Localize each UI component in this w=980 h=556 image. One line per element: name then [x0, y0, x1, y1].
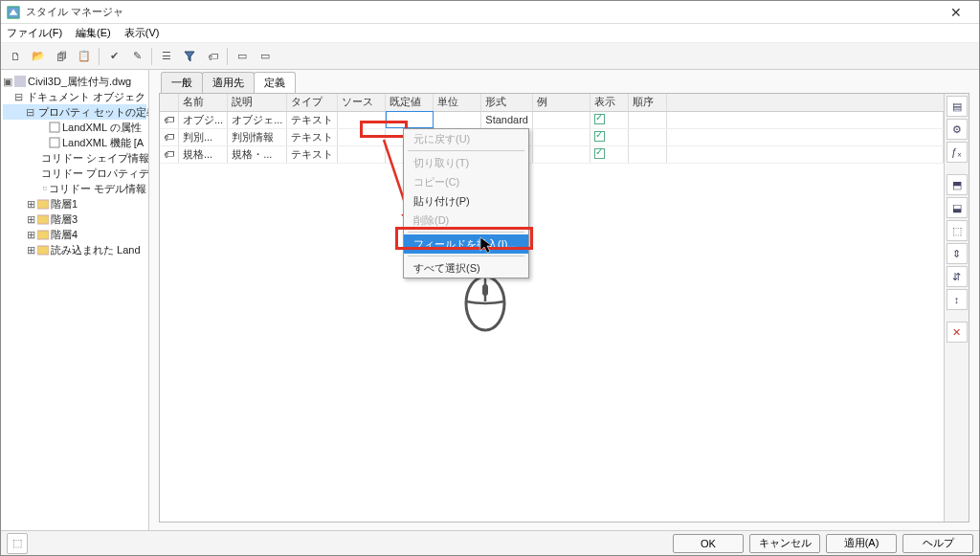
tree-root[interactable]: ▣Civil3D_属性付与.dwg [3, 74, 146, 89]
cell-ord[interactable] [629, 111, 667, 128]
cell-unit[interactable] [434, 111, 481, 128]
pal-btn-d[interactable]: ⇕ [947, 243, 968, 264]
ctx-delete: 削除(D) [404, 211, 528, 230]
tool-filter-icon[interactable] [179, 46, 200, 67]
pal-btn-f[interactable]: ↕ [947, 289, 968, 310]
pal-btn-a[interactable]: ⬒ [947, 174, 968, 195]
tree-item-label: 階層4 [51, 227, 78, 242]
tree-loaded-land[interactable]: ⊞読み込まれた Land [3, 242, 146, 257]
checkbox-icon[interactable] [594, 131, 605, 142]
col-fmt[interactable]: 形式 [481, 94, 533, 111]
apply-button[interactable]: 適用(A) [826, 534, 897, 553]
cell-desc[interactable]: 規格・... [228, 145, 287, 163]
cell-disp[interactable] [590, 128, 629, 145]
tree-item-corridor-shape[interactable]: コリドー シェイプ情報 [3, 150, 146, 166]
cell-name[interactable]: 規格... [179, 145, 228, 163]
window-title: スタイル マネージャ [26, 5, 939, 19]
ctx-insert-field[interactable]: フィールドを挿入(I)... [404, 234, 528, 254]
table-row[interactable]: 🏷 判別... 判別情報 テキスト [160, 128, 944, 145]
tool-edit-icon[interactable]: ✎ [126, 46, 147, 67]
col-type[interactable]: タイプ [287, 94, 338, 111]
ctx-sep3 [408, 256, 524, 256]
definition-grid[interactable]: 名前 説明 タイプ ソース 既定値 単位 形式 例 表示 順序 [160, 94, 944, 164]
col-blank [667, 94, 944, 111]
window-root: スタイル マネージャ ✕ ファイル(F) 編集(E) 表示(V) 🗋 📂 🗐 📋… [0, 0, 980, 556]
svg-rect-10 [37, 215, 49, 224]
define-panel: 名前 説明 タイプ ソース 既定値 単位 形式 例 表示 順序 [159, 93, 969, 523]
checkbox-icon[interactable] [594, 114, 605, 124]
cell-type[interactable]: テキスト [287, 111, 338, 128]
menu-edit[interactable]: 編集(E) [76, 26, 111, 40]
cell-fmt[interactable]: Standard [481, 111, 533, 128]
col-ex[interactable]: 例 [533, 94, 590, 111]
tree-propsetdef[interactable]: ⊟プロパティ セットの定義 [3, 104, 146, 120]
cell-default-editing[interactable] [386, 111, 434, 128]
menu-view[interactable]: 表示(V) [124, 26, 160, 40]
help-button[interactable]: ヘルプ [902, 534, 973, 553]
col-src[interactable]: ソース [338, 94, 386, 111]
col-name[interactable]: 名前 [179, 94, 228, 111]
cell-name[interactable]: 判別... [179, 128, 228, 145]
tab-appliesto[interactable]: 適用先 [202, 72, 255, 93]
pal-btn-auto[interactable]: ⚙ [947, 119, 968, 140]
col-desc[interactable]: 説明 [228, 94, 287, 111]
tab-define[interactable]: 定義 [254, 72, 296, 93]
tool-nav2-icon[interactable]: ▭ [255, 46, 276, 67]
nav-tree[interactable]: ▣Civil3D_属性付与.dwg ⊟ドキュメント オブジェクト ⊟プロパティ … [1, 70, 149, 530]
cell-desc[interactable]: オブジェ... [228, 111, 287, 128]
pal-btn-formula[interactable]: ƒₓ [947, 142, 968, 163]
ctx-sep2 [408, 232, 524, 233]
tool-new-icon[interactable]: 🗋 [5, 46, 26, 67]
tool-apply-icon[interactable]: ✔ [103, 46, 124, 67]
tool-copy-icon[interactable]: 🗐 [51, 46, 72, 67]
cell-name[interactable]: オブジ... [179, 111, 228, 128]
cell-desc[interactable]: 判別情報 [228, 128, 287, 145]
toolbar-sep3 [227, 48, 228, 65]
ok-button[interactable]: OK [673, 534, 744, 553]
table-row[interactable]: 🏷 オブジ... オブジェ... テキスト Standard [160, 111, 944, 128]
tree-layer4[interactable]: ⊞階層4 [3, 227, 146, 242]
status-icon[interactable]: ⬚ [7, 533, 28, 554]
ctx-selectall[interactable]: すべて選択(S) [404, 258, 528, 278]
cell-ex[interactable] [533, 111, 590, 128]
cell-disp[interactable] [590, 145, 629, 163]
tree-layer1[interactable]: ⊞階層1 [3, 196, 146, 211]
col-def[interactable]: 既定値 [386, 94, 434, 111]
tree-item-landxml-attr[interactable]: LandXML の属性 [3, 120, 146, 135]
tool-open-icon[interactable]: 📂 [28, 46, 49, 67]
cancel-button[interactable]: キャンセル [749, 534, 820, 553]
ctx-paste[interactable]: 貼り付け(P) [404, 191, 528, 211]
tool-view-icon[interactable]: ☰ [156, 46, 177, 67]
table-row[interactable]: 🏷 規格... 規格・... テキスト [160, 145, 944, 163]
tool-nav1-icon[interactable]: ▭ [232, 46, 253, 67]
row-icon: 🏷 [160, 111, 179, 128]
tree-item-label: LandXML の属性 [62, 120, 142, 135]
tool-paste-icon[interactable]: 📋 [74, 46, 95, 67]
side-palette: ▤ ⚙ ƒₓ ⬒ ⬓ ⬚ ⇕ ⇵ ↕ ✕ [944, 94, 969, 522]
tree-layer3[interactable]: ⊞階層3 [3, 211, 146, 227]
cell-disp[interactable] [590, 111, 629, 128]
pal-btn-add[interactable]: ▤ [947, 96, 968, 117]
col-disp[interactable]: 表示 [590, 94, 629, 111]
tool-find-icon[interactable]: 🏷 [202, 46, 223, 67]
row-icon: 🏷 [160, 128, 179, 145]
tree-item-corridor-model[interactable]: コリドー モデル情報 [3, 181, 146, 196]
cell-type[interactable]: テキスト [287, 128, 338, 145]
close-icon[interactable]: ✕ [939, 5, 973, 20]
menu-file[interactable]: ファイル(F) [7, 26, 62, 40]
toolbar: 🗋 📂 🗐 📋 ✔ ✎ ☰ 🏷 ▭ ▭ [1, 43, 979, 70]
pal-btn-delete[interactable]: ✕ [947, 322, 968, 343]
tree-item-corridor-prop[interactable]: コリドー プロパティデ [3, 166, 146, 181]
pal-btn-c[interactable]: ⬚ [947, 220, 968, 241]
col-ord[interactable]: 順序 [629, 94, 667, 111]
tree-docobj[interactable]: ⊟ドキュメント オブジェクト [3, 89, 146, 104]
cell-src[interactable] [338, 111, 386, 128]
checkbox-icon[interactable] [594, 148, 605, 159]
cell-type[interactable]: テキスト [287, 145, 338, 163]
pal-btn-b[interactable]: ⬓ [947, 197, 968, 218]
col-unit[interactable]: 単位 [434, 94, 481, 111]
pal-btn-e[interactable]: ⇵ [947, 266, 968, 287]
tree-item-label: 読み込まれた Land [51, 242, 141, 257]
tab-general[interactable]: 一般 [161, 72, 203, 93]
tree-item-landxml-func[interactable]: LandXML 機能 [A [3, 135, 146, 150]
